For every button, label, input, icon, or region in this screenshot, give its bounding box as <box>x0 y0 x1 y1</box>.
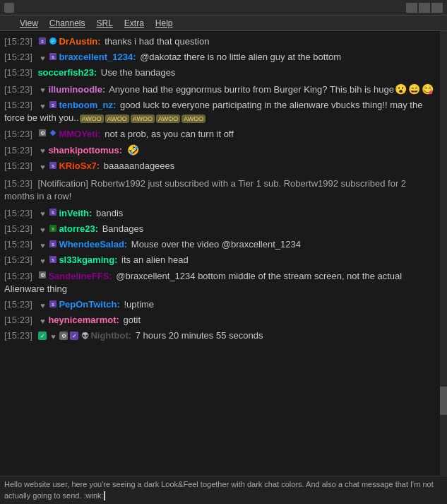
maximize-button[interactable] <box>419 3 430 13</box>
chat-line: [15:23] ♥sPepOnTwitch: !uptime <box>4 297 437 312</box>
svg-text:s: s <box>52 226 55 231</box>
svg-text:✓: ✓ <box>72 333 77 339</box>
menu-help[interactable]: Help <box>150 17 179 30</box>
svg-text:s: s <box>52 302 55 307</box>
username: atorre23: <box>59 223 98 234</box>
window-controls <box>406 3 443 13</box>
username: Nightbot: <box>90 330 131 341</box>
username: PepOnTwitch: <box>59 299 119 310</box>
svg-text:⚙: ⚙ <box>61 333 66 339</box>
message-text: its an alien head <box>121 254 189 265</box>
timestamp: [15:23] <box>4 315 32 325</box>
awoo-emote: AWOO <box>156 115 180 124</box>
username: soccerfish23: <box>37 67 97 78</box>
timestamp: [15:23] <box>4 100 32 110</box>
scrollbar[interactable] <box>440 31 447 476</box>
username: MMOYeti: <box>59 129 100 139</box>
timestamp: [15:23] <box>4 223 32 234</box>
timestamp: [15:23] <box>4 84 32 95</box>
username: WhendeeSalad: <box>59 239 127 250</box>
chat-line: [15:23] ♥sinVeith: bandis <box>4 206 437 221</box>
chat-line: [15:23] ♥satorre23: Bandages <box>4 221 437 237</box>
minimize-button[interactable] <box>406 3 417 13</box>
svg-text:s: s <box>42 39 44 44</box>
chat-line: [15:23] [Notification] Robertw1992 just … <box>4 175 437 206</box>
close-button[interactable] <box>431 3 443 13</box>
chat-messages[interactable]: [15:23] sPDrAustin: thanks i had that qu… <box>0 31 440 476</box>
message-text: Anyone had the eggnormus burrito from Bu… <box>109 84 394 95</box>
chat-line: [15:23] ⚙MMOYeti: not a prob, as you can… <box>4 127 437 142</box>
username: inVeith: <box>59 208 92 218</box>
username: KRioSx7: <box>59 160 100 171</box>
message-text: 7 hours 20 minutes 55 seconds <box>136 330 263 341</box>
svg-text:P: P <box>52 39 55 44</box>
notification-text: [Notification] Robertw1992 just subscrib… <box>4 178 406 201</box>
svg-text:s: s <box>52 102 55 107</box>
chat-line: [15:23] soccerfish23: Use the bandages <box>4 65 437 81</box>
chat-line: [15:23] ♥sKRioSx7: baaaaandageees <box>4 158 437 174</box>
chat-line: [15:23] sPDrAustin: thanks i had that qu… <box>4 34 437 49</box>
timestamp: [15:23] <box>4 208 32 218</box>
username: shankipottomus: <box>48 145 122 156</box>
message-text: bandis <box>96 208 123 218</box>
title-bar-left <box>4 3 18 13</box>
message-text: thanks i had that question <box>105 36 209 47</box>
chat-line: [15:23] ♥heynicemarmot: gotit <box>4 312 437 328</box>
svg-text:⚙: ⚙ <box>40 130 45 136</box>
message-text: gotit <box>123 315 141 325</box>
menu-main[interactable] <box>3 22 14 25</box>
svg-text:✓: ✓ <box>40 333 45 339</box>
svg-text:s: s <box>52 54 55 59</box>
username: sl33kgaming: <box>59 254 117 265</box>
awoo-emote: AWOO <box>80 115 104 124</box>
menu-bar: View Channels SRL Extra Help <box>0 16 447 31</box>
timestamp: [15:23] <box>4 178 32 189</box>
emote-icon: 🤣 <box>127 144 139 156</box>
awoo-emote: AWOO <box>131 115 155 124</box>
username: DrAustin: <box>59 36 100 47</box>
timestamp: [15:23] <box>4 330 32 341</box>
scrollbar-thumb[interactable] <box>440 387 447 415</box>
timestamp: [15:23] <box>4 52 32 62</box>
menu-channels[interactable]: Channels <box>44 17 91 30</box>
timestamp: [15:23] <box>4 160 32 171</box>
emote-icon: 😋 <box>422 83 434 95</box>
chat-line: [15:23] ✓♥⚙✓👽Nightbot: 7 hours 20 minute… <box>4 328 437 344</box>
message-text: not a prob, as you can turn it off <box>105 129 234 139</box>
username: SandelineFFS: <box>48 271 112 281</box>
info-text: Hello website user, here you're seeing a… <box>4 480 434 499</box>
svg-rect-10 <box>50 130 56 136</box>
timestamp: [15:23] <box>4 299 32 310</box>
username: heynicemarmot: <box>48 315 119 325</box>
timestamp: [15:23] <box>4 145 32 156</box>
app-icon <box>4 3 14 13</box>
menu-srl[interactable]: SRL <box>91 17 119 30</box>
svg-text:s: s <box>52 163 55 168</box>
chat-line: [15:23] ♥illuminoodle: Anyone had the eg… <box>4 81 437 98</box>
message-text: baaaaandageees <box>104 160 175 171</box>
menu-view[interactable]: View <box>14 17 44 30</box>
chat-line: [15:23] ♥shankipottomus: 🤣 <box>4 142 437 159</box>
chat-line: [15:23] ♥sbraxcellent_1234: @dakotaz the… <box>4 49 437 65</box>
chat-scroll-wrapper: [15:23] sPDrAustin: thanks i had that qu… <box>0 31 447 476</box>
emote-icon: 😮 <box>395 83 407 95</box>
menu-extra[interactable]: Extra <box>119 17 150 30</box>
awoo-emote: AWOO <box>105 115 129 124</box>
timestamp: [15:23] <box>4 67 32 78</box>
message-text: !uptime <box>124 299 154 310</box>
timestamp: [15:23] <box>4 271 32 281</box>
svg-text:⚙: ⚙ <box>40 272 45 279</box>
username: illuminoodle: <box>48 84 105 95</box>
message-text: Mouse over the video @braxcellent_1234 <box>131 239 301 250</box>
chat-line: [15:23] ♥sWhendeeSalad: Mouse over the v… <box>4 237 437 252</box>
title-bar <box>0 0 447 16</box>
message-text: Bandages <box>102 223 144 234</box>
info-bar: Hello website user, here you're seeing a… <box>0 476 447 504</box>
message-text: Use the bandages <box>101 67 176 78</box>
awoo-emote: AWOO <box>181 115 205 124</box>
username: braxcellent_1234: <box>59 52 136 62</box>
timestamp: [15:23] <box>4 239 32 250</box>
chat-line: [15:23] ⚙SandelineFFS: @braxcellent_1234… <box>4 269 437 297</box>
chat-line: [15:23] ♥stenboom_nz: good luck to every… <box>4 98 437 126</box>
username: tenboom_nz: <box>59 100 116 110</box>
